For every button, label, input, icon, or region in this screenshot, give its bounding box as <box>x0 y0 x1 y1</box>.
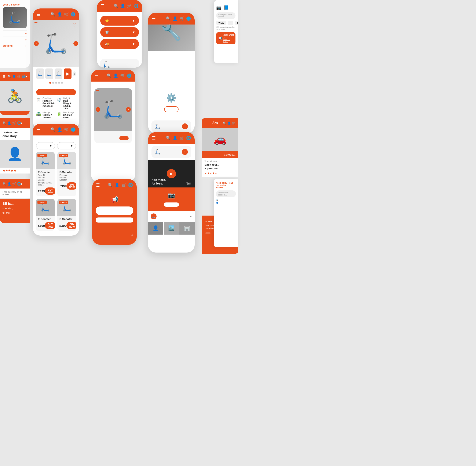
promo-cta-link[interactable]: Promo / CTA / <box>223 38 234 43</box>
learn-more-link[interactable]: › <box>2 217 3 220</box>
buy-btn-1[interactable]: BUY NOW <box>45 187 55 195</box>
thumb-3[interactable]: 🛴 <box>55 69 62 79</box>
promo-arrow-2[interactable]: › <box>182 149 188 155</box>
carousel-next[interactable]: › <box>73 41 78 46</box>
recently-viewed-card-1[interactable]: 🛴 <box>100 59 139 68</box>
promo-cta-right[interactable]: 📢 deer, what y Promo / CTA / <box>216 32 235 44</box>
cart-icon-6[interactable]: 🛒 <box>179 16 184 21</box>
buy-btn-3[interactable]: BUY NOW <box>45 222 55 229</box>
grid-item-2[interactable]: 🛴 Latest! E-Scooter Pure Air Electric Sc… <box>57 152 76 196</box>
hamburger-frag[interactable]: ☰ <box>2 75 5 79</box>
globe-icon-3[interactable]: 🌐 <box>134 4 139 8</box>
hamburger-icon-6[interactable]: ☰ <box>152 16 156 21</box>
cart-icon-3[interactable]: 🛒 <box>127 4 132 8</box>
thumb-1[interactable]: 🛴 <box>36 69 44 79</box>
buy-btn-2[interactable]: BUY NOW <box>66 182 76 190</box>
carousel-prev[interactable]: ‹ <box>34 41 39 46</box>
frag-item-2[interactable]: 👤 <box>216 202 236 204</box>
search-icon-2[interactable]: 🔍 <box>50 127 55 132</box>
right-user-frag[interactable]: 👤 <box>227 122 231 125</box>
user-icon-4[interactable]: 👤 <box>113 73 118 78</box>
user-icon[interactable]: 👤 <box>57 12 62 17</box>
search-icon-3[interactable]: 🔍 <box>114 4 118 8</box>
buy-btn-4[interactable]: BUY NOW <box>66 222 76 229</box>
hamburger-icon-5[interactable]: ☰ <box>96 183 100 188</box>
learn-more-row[interactable]: › <box>2 216 27 220</box>
cart-frag[interactable]: 🛒 <box>17 75 21 78</box>
globe-icon-5[interactable]: 🌐 <box>128 183 133 187</box>
zoom-icon[interactable]: ⊕ <box>73 71 76 76</box>
play-button[interactable]: ▶ <box>167 169 176 178</box>
globe-icon-7[interactable]: 🌐 <box>186 136 191 140</box>
hamburger-icon-7[interactable]: ☰ <box>152 135 156 140</box>
email-input-right[interactable]: Enter your email addres... <box>216 12 235 19</box>
grid-item-3[interactable]: 🛴 Latest! E-Scooter £399 BUY NOW <box>36 199 55 231</box>
search-icon-4[interactable]: 🔍 <box>107 73 111 78</box>
popup-next[interactable]: › <box>126 107 131 112</box>
hamburger-right-frag[interactable]: ☰ <box>205 121 207 125</box>
find-out-more-button[interactable] <box>164 106 179 112</box>
search-icon[interactable]: 🔍 <box>50 12 55 17</box>
follow-button[interactable] <box>164 202 179 207</box>
grid-item-4[interactable]: 🛴 Latest! E-Scooter £399 BUY NOW <box>57 199 76 231</box>
explore-label-right[interactable] <box>206 232 210 234</box>
cart-icon[interactable]: 🛒 <box>64 12 69 17</box>
hamburger-icon-4[interactable]: ☰ <box>95 73 98 78</box>
user-icon-7[interactable]: 👤 <box>173 136 177 140</box>
user-frag[interactable]: 👤 <box>12 75 16 78</box>
globe-icon-4[interactable]: 🌐 <box>127 73 132 78</box>
search-icon-7[interactable]: 🔍 <box>166 136 171 140</box>
cart-icon-7[interactable]: 🛒 <box>179 136 184 140</box>
hamburger-icon-3[interactable]: ☰ <box>101 3 105 9</box>
stories-cart-frag[interactable]: 🛒 <box>12 121 16 125</box>
cart-icon-5[interactable]: 🛒 <box>122 183 126 187</box>
user-icon-6[interactable]: 👤 <box>173 16 177 21</box>
sidebar-extra[interactable]: Options + <box>3 43 27 49</box>
hamburger-icon-2[interactable]: ☰ <box>37 127 40 132</box>
email-input[interactable] <box>96 207 133 215</box>
bl-user-frag[interactable]: 👤 <box>7 182 11 186</box>
globe-icon-6[interactable]: 🌐 <box>186 16 191 21</box>
promo-arrow-1[interactable]: › <box>182 123 188 129</box>
footer-information[interactable]: + <box>96 231 133 240</box>
user-icon-5[interactable]: 👤 <box>115 183 119 187</box>
signup-button[interactable] <box>96 218 133 222</box>
bl-search-frag[interactable]: 🔍 <box>2 182 6 186</box>
popup-buy-now-button[interactable] <box>119 136 129 140</box>
search-frag[interactable]: 🔍 <box>7 75 11 78</box>
stories-search-frag[interactable]: 🔍 <box>2 121 6 125</box>
user-icon-3[interactable]: 👤 <box>120 4 125 8</box>
thumb-video[interactable]: ▶ <box>64 69 72 79</box>
sidebar-buying-guide[interactable]: + <box>3 30 27 36</box>
search-icon-5[interactable]: 🔍 <box>108 183 112 187</box>
search-scooters-input[interactable]: Search for E-scooters... <box>216 190 236 197</box>
frag-item-1[interactable]: 🔍 <box>216 199 236 201</box>
thumb-2[interactable]: 🛴 <box>45 69 53 79</box>
stories-globe-frag[interactable]: 🌐▾ <box>17 121 22 125</box>
globe-frag[interactable]: 🌐▾ <box>22 75 27 78</box>
globe-icon[interactable]: 🌐 <box>71 12 75 17</box>
right-cart-frag[interactable]: 🛒 <box>232 122 235 125</box>
sort-dropdown[interactable]: ▾ <box>36 142 55 149</box>
bl-globe-frag[interactable]: 🌐▾ <box>17 182 22 186</box>
grid-item-1[interactable]: 🛴 Latest! E-Scooter Pure Air Electric Sc… <box>36 152 55 196</box>
sidebar-view-escooter[interactable]: + <box>3 36 27 43</box>
video-section[interactable]: ▶ ride more.for less. 3m <box>148 160 195 187</box>
user-icon-2[interactable]: 👤 <box>57 127 62 132</box>
bl-cart-frag[interactable]: 🛒 <box>12 182 16 186</box>
filter-dropdown[interactable]: ▾ <box>57 142 76 149</box>
stories-user-frag[interactable]: 👤 <box>7 121 11 125</box>
right-search-frag[interactable]: 🔍 <box>223 122 226 125</box>
cart-icon-4[interactable]: 🛒 <box>120 73 125 78</box>
search-icon-6[interactable]: 🔍 <box>166 16 171 21</box>
footer-support[interactable]: + <box>96 240 133 245</box>
popup-prev[interactable]: ‹ <box>96 107 100 112</box>
facebook-icon-right[interactable]: 📘 <box>224 5 229 10</box>
product-card-popup[interactable]: 🛴 ‹ › <box>94 88 132 143</box>
hamburger-icon[interactable]: ☰ <box>37 12 40 17</box>
wishlist-icon[interactable]: ♡ <box>73 23 76 27</box>
insta-dots-icon[interactable]: ··· <box>190 215 192 218</box>
instagram-icon-right[interactable]: 📷 <box>216 5 221 10</box>
add-to-basket-button[interactable] <box>36 89 76 95</box>
accordion-delivery[interactable]: 🚚 ▾ <box>100 39 139 49</box>
